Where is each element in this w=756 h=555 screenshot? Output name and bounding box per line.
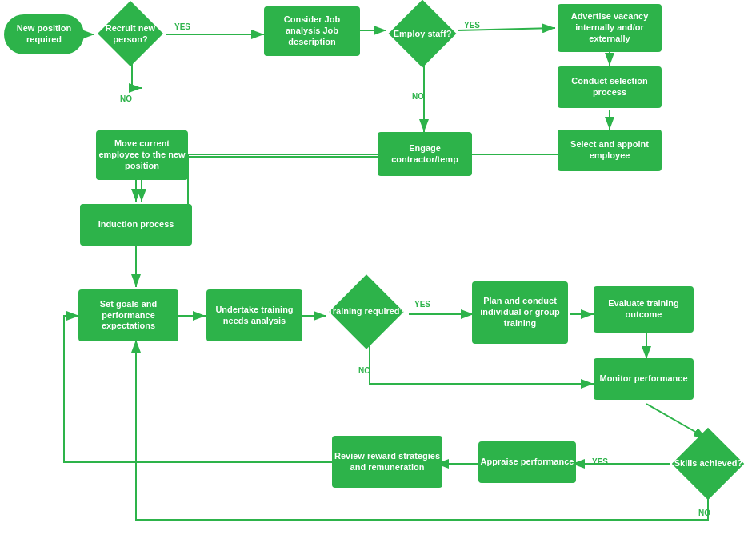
label-yes-skills: YES [592,457,608,466]
consider-job-node: Consider Job analysis Job description [264,6,360,56]
new-position-node: New position required [4,14,84,54]
plan-conduct-node: Plan and conduct individual or group tra… [472,281,568,344]
label-no-recruit: NO [120,94,132,103]
set-goals-node: Set goals and performance expectations [78,289,178,341]
engage-contractor-node: Engage contractor/temp [378,132,472,176]
label-no-skills: NO [698,509,710,517]
skills-achieved-node: Skills achieved? [670,435,746,493]
recruit-new-node: Recruit new person? [94,8,166,60]
label-yes-training: YES [414,300,430,309]
move-employee-node: Move current employee to the new positio… [96,130,188,180]
label-yes-employ: YES [464,21,480,30]
advertise-node: Advertise vacancy internally and/or exte… [558,4,662,52]
label-no-training: NO [358,366,370,375]
svg-line-17 [646,404,706,438]
appraise-node: Appraise performance [478,441,576,483]
conduct-selection-node: Conduct selection process [558,66,662,108]
label-yes-recruit: YES [174,22,190,31]
label-no-employ: NO [412,92,424,101]
flowchart: YES NO YES NO YES NO YES NO New position… [0,0,756,555]
employ-staff-node: Employ staff? [386,8,459,60]
undertake-training-node: Undertake training needs analysis [206,289,302,341]
review-reward-node: Review reward strategies and remuneratio… [332,436,442,488]
induction-node: Induction process [80,204,192,246]
select-appoint-node: Select and appoint employee [558,130,662,171]
monitor-performance-node: Monitor performance [594,358,694,400]
evaluate-training-node: Evaluate training outcome [594,286,694,333]
training-required-node: Training required? [326,283,406,341]
